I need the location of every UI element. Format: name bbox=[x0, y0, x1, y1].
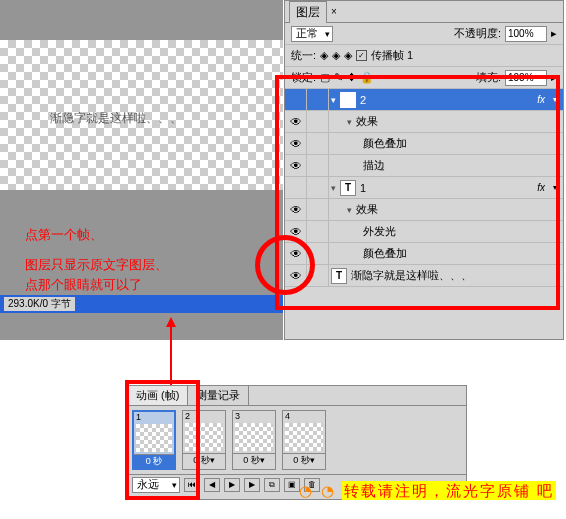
animation-tab[interactable]: 动画 (帧) bbox=[128, 386, 188, 405]
unify-icon-1[interactable]: ◈ bbox=[320, 49, 328, 62]
layer-row[interactable]: ▾ T 1 fx ▾ bbox=[285, 177, 563, 199]
layer-row-effect[interactable]: 👁 描边 bbox=[285, 155, 563, 177]
disclosure-icon[interactable]: ▾ bbox=[331, 183, 336, 193]
frame-4[interactable]: 4 0 秒▾ bbox=[282, 410, 326, 470]
layer-row-effect[interactable]: 👁 ▾效果 bbox=[285, 199, 563, 221]
fx-disclosure-icon[interactable]: ▾ bbox=[553, 95, 557, 104]
frame-2[interactable]: 2 0 秒▾ bbox=[182, 410, 226, 470]
watermark: ◔ ◔ 转载请注明，流光字原铺 吧 bbox=[299, 482, 556, 501]
visibility-icon[interactable]: 👁 bbox=[290, 115, 302, 129]
visibility-icon[interactable]: 👁 bbox=[290, 159, 302, 173]
visibility-icon[interactable]: 👁 bbox=[290, 269, 302, 283]
fill-input[interactable]: 100% bbox=[505, 70, 547, 86]
visibility-icon[interactable]: 👁 bbox=[290, 247, 302, 261]
unify-icon-2[interactable]: ◈ bbox=[332, 49, 340, 62]
effect-label: 效果 bbox=[356, 202, 378, 217]
lock-all-icon[interactable]: 🔒 bbox=[360, 71, 374, 84]
first-frame-button[interactable]: ⏮ bbox=[184, 478, 200, 492]
frame-thumbnail bbox=[136, 424, 172, 452]
disclosure-icon[interactable]: ▾ bbox=[347, 117, 352, 127]
effect-label: 描边 bbox=[363, 158, 385, 173]
opacity-input[interactable]: 100% bbox=[505, 26, 547, 42]
frame-1[interactable]: 1 0 秒 bbox=[132, 410, 176, 470]
layer-row-effect[interactable]: 👁 外发光 bbox=[285, 221, 563, 243]
fill-label: 填充: bbox=[476, 70, 501, 85]
frame-thumbnail bbox=[185, 423, 223, 451]
frame-delay[interactable]: 0 秒▾ bbox=[233, 453, 275, 467]
tween-button[interactable]: ⧉ bbox=[264, 478, 280, 492]
fx-disclosure-icon[interactable]: ▾ bbox=[553, 183, 557, 192]
annotation-arrow bbox=[170, 320, 172, 385]
layer-row[interactable]: 👁 T 渐隐字就是这样啦、、、 bbox=[285, 265, 563, 287]
frame-delay[interactable]: 0 秒▾ bbox=[183, 453, 225, 467]
visibility-icon[interactable]: 👁 bbox=[290, 137, 302, 151]
annotation-1: 点第一个帧、 bbox=[25, 225, 103, 245]
layer-name: 1 bbox=[360, 182, 366, 194]
canvas-document[interactable]: 渐隐字就是这样啦、、、 bbox=[0, 40, 283, 190]
propagate-label: 传播帧 1 bbox=[371, 48, 413, 63]
chevron-icon[interactable]: ▸ bbox=[551, 27, 557, 40]
effect-label: 颜色叠加 bbox=[363, 246, 407, 261]
layer-row[interactable]: ▾ T 2 fx ▾ bbox=[285, 89, 563, 111]
fx-badge[interactable]: fx bbox=[537, 94, 545, 105]
canvas-text: 渐隐字就是这样啦、、、 bbox=[50, 110, 182, 127]
effect-label: 外发光 bbox=[363, 224, 396, 239]
visibility-icon[interactable]: 👁 bbox=[290, 225, 302, 239]
layer-name: 2 bbox=[360, 94, 366, 106]
chevron-icon[interactable]: ▸ bbox=[551, 71, 557, 84]
frames-strip: 1 0 秒 2 0 秒▾ 3 0 秒▾ 4 0 秒▾ bbox=[128, 406, 466, 474]
type-layer-icon: T bbox=[340, 180, 356, 196]
status-bar: 293.0K/0 字节 bbox=[0, 295, 283, 313]
loop-dropdown[interactable]: 永远 bbox=[132, 477, 180, 493]
lock-brush-icon[interactable]: ✎ bbox=[334, 71, 343, 84]
propagate-checkbox[interactable]: ✓ bbox=[356, 50, 367, 61]
lock-transparency-icon[interactable]: ▢ bbox=[320, 71, 330, 84]
unify-label: 统一: bbox=[291, 48, 316, 63]
status-text: 293.0K/0 字节 bbox=[4, 297, 75, 311]
disclosure-icon[interactable]: ▾ bbox=[347, 205, 352, 215]
type-layer-icon: T bbox=[340, 92, 356, 108]
new-frame-button[interactable]: ▣ bbox=[284, 478, 300, 492]
layers-tab[interactable]: 图层 bbox=[289, 1, 327, 23]
lock-label: 锁定: bbox=[291, 70, 316, 85]
unify-icon-3[interactable]: ◈ bbox=[344, 49, 352, 62]
fx-badge[interactable]: fx bbox=[537, 182, 545, 193]
layer-row-effect[interactable]: 👁 颜色叠加 bbox=[285, 133, 563, 155]
type-layer-icon: T bbox=[331, 268, 347, 284]
blend-mode-dropdown[interactable]: 正常 bbox=[291, 26, 333, 42]
layer-row-effect[interactable]: 👁 ▾效果 bbox=[285, 111, 563, 133]
layers-panel: 图层 × 正常 不透明度: 100% ▸ 统一: ◈ ◈ ◈ ✓ 传播帧 1 锁… bbox=[284, 0, 564, 340]
play-button[interactable]: ▶ bbox=[224, 478, 240, 492]
layer-name: 渐隐字就是这样啦、、、 bbox=[351, 268, 472, 283]
annotation-2: 图层只显示原文字图层、 点那个眼睛就可以了 bbox=[25, 255, 168, 294]
frame-3[interactable]: 3 0 秒▾ bbox=[232, 410, 276, 470]
layer-row-effect[interactable]: 👁 颜色叠加 bbox=[285, 243, 563, 265]
disclosure-icon[interactable]: ▾ bbox=[331, 95, 336, 105]
measurement-tab[interactable]: 测量记录 bbox=[188, 386, 249, 405]
next-frame-button[interactable]: ▶ bbox=[244, 478, 260, 492]
frame-delay[interactable]: 0 秒 bbox=[134, 454, 174, 468]
opacity-label: 不透明度: bbox=[454, 26, 501, 41]
prev-frame-button[interactable]: ◀ bbox=[204, 478, 220, 492]
visibility-icon[interactable]: 👁 bbox=[290, 203, 302, 217]
lock-move-icon[interactable]: ✥ bbox=[347, 71, 356, 84]
frame-thumbnail bbox=[285, 423, 323, 451]
effect-label: 效果 bbox=[356, 114, 378, 129]
frame-thumbnail bbox=[235, 423, 273, 451]
close-icon[interactable]: × bbox=[331, 6, 337, 17]
frame-delay[interactable]: 0 秒▾ bbox=[283, 453, 325, 467]
effect-label: 颜色叠加 bbox=[363, 136, 407, 151]
layer-list: ▾ T 2 fx ▾ 👁 ▾效果 👁 颜色叠加 👁 描边 ▾ T 1 f bbox=[285, 89, 563, 287]
